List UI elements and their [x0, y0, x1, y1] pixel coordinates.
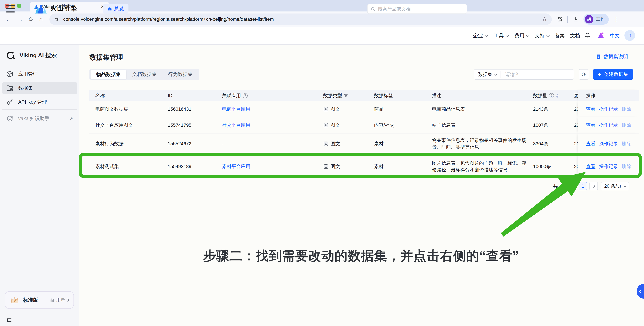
refresh-button[interactable]: ⟳	[578, 69, 589, 80]
key-icon	[6, 98, 14, 106]
url-text: console.volcengine.com/aisearch/platform…	[63, 17, 542, 22]
forward-icon[interactable]: →	[17, 16, 23, 23]
nav-enterprise[interactable]: 企业	[473, 31, 487, 41]
search-placeholder: 搜索产品或文档	[378, 6, 411, 12]
dataset-id: 155492189	[162, 164, 216, 169]
create-dataset-button[interactable]: +创建数据集	[593, 69, 634, 80]
page-number-button[interactable]: 1	[578, 182, 587, 190]
action-delete-link[interactable]: 删除	[622, 163, 631, 170]
plan-badge[interactable]: 标准版 用量	[5, 291, 74, 309]
dataset-id: 155741795	[162, 123, 216, 128]
row-actions: 查看操作记录删除	[578, 154, 639, 179]
action-delete-link[interactable]: 删除	[622, 122, 631, 128]
notifications-bell-icon[interactable]	[584, 32, 591, 39]
table-row[interactable]: 电商图文数据集 156016431 电商平台应用 图文 商品 电商商品信息表 2…	[89, 101, 639, 117]
nav-tools[interactable]: 工具	[494, 31, 508, 41]
language-switch[interactable]: 中文	[610, 31, 620, 41]
nav-support[interactable]: 支持	[535, 31, 549, 41]
browser-menu-icon[interactable]: ⋮	[613, 16, 619, 23]
linked-app-link[interactable]: 素材平台应用	[222, 163, 250, 170]
sort-icon[interactable]	[556, 94, 559, 98]
action-view-link[interactable]: 查看	[586, 163, 596, 170]
reload-icon[interactable]: ⟳	[29, 16, 34, 23]
col-updated-clipped: 更	[574, 93, 578, 99]
back-icon[interactable]: ←	[6, 16, 12, 23]
product-search-input[interactable]: 搜索产品或文档	[367, 4, 467, 14]
cube-icon	[6, 70, 14, 78]
updated-time-clipped: 20	[574, 141, 578, 146]
linked-app-link[interactable]: 电商平台应用	[222, 106, 250, 112]
action-operation-log-link[interactable]: 操作记录	[599, 141, 618, 147]
drawer-toggle-button[interactable]	[636, 284, 644, 299]
profile-avatar: 胡	[585, 15, 593, 24]
updated-time-clipped: 20	[574, 164, 578, 169]
usage-link[interactable]: 用量	[50, 297, 69, 303]
search-icon	[370, 7, 375, 11]
address-bar[interactable]: console.volcengine.com/aisearch/platform…	[50, 14, 552, 25]
action-view-link[interactable]: 查看	[586, 106, 596, 112]
action-operation-log-link[interactable]: 操作记录	[599, 122, 618, 128]
dataset-name: 素材行为数据	[89, 141, 162, 147]
dataset-name: 电商图文数据集	[89, 106, 162, 112]
sidebar-item-datasets[interactable]: 数据集	[2, 82, 77, 94]
data-type-label: 图文	[330, 106, 340, 112]
browser-profile-chip[interactable]: 胡 工作	[584, 14, 609, 25]
col-linked-app: 关联应用?	[216, 93, 317, 99]
download-icon[interactable]	[573, 16, 579, 22]
chat-assistant-icon	[6, 115, 14, 122]
dataset-description: 电商商品信息表	[426, 106, 527, 113]
tab-item-dataset[interactable]: 物品数据集	[90, 70, 126, 79]
help-icon[interactable]: ?	[549, 93, 554, 98]
pagination-total: 共	[553, 183, 558, 189]
home-icon[interactable]: ⌂	[39, 16, 43, 23]
data-type-cell: 图文	[317, 106, 368, 112]
brand-logo[interactable]: 火山引擎	[34, 3, 78, 14]
action-delete-link[interactable]: 删除	[622, 106, 631, 112]
overview-button[interactable]: 总览	[103, 4, 128, 14]
tab-doc-dataset[interactable]: 文档数据集	[126, 70, 162, 79]
dataset-type-tabs: 物品数据集 文档数据集 行为数据集	[89, 69, 200, 80]
nav-docs[interactable]: 文档	[570, 31, 580, 41]
linked-app-link[interactable]: -	[222, 141, 224, 146]
action-operation-log-link[interactable]: 操作记录	[599, 106, 618, 112]
ai-assistant-icon[interactable]	[597, 31, 605, 40]
toolbar-divider	[567, 16, 568, 23]
hamburger-menu-icon[interactable]	[6, 5, 15, 13]
action-view-link[interactable]: 查看	[586, 122, 596, 128]
next-page-button[interactable]	[590, 182, 598, 190]
sidebar-title: Viking AI 搜索	[6, 51, 57, 60]
action-operation-log-link[interactable]: 操作记录	[599, 163, 618, 170]
tab-behavior-dataset[interactable]: 行为数据集	[162, 70, 198, 79]
nav-billing[interactable]: 费用	[514, 31, 528, 41]
table-row[interactable]: 素材测试集 155492189 素材平台应用 图文 素材 图片信息表，包含图片的…	[89, 154, 639, 179]
bookmark-star-icon[interactable]: ☆	[542, 16, 547, 23]
action-delete-link[interactable]: 删除	[622, 141, 631, 147]
sidebar-item-app-management[interactable]: 应用管理	[2, 68, 77, 80]
dataset-folder-icon	[6, 84, 14, 92]
action-view-link[interactable]: 查看	[586, 141, 596, 147]
extensions-icon[interactable]	[557, 16, 563, 22]
sidebar-item-vaka-assistant[interactable]: vaka 知识助手 ↗	[2, 113, 77, 124]
linked-app-link[interactable]: 社交平台应用	[222, 122, 250, 128]
table-row[interactable]: 素材行为数据 155524672 - 图文 素材 物品事件信息表，记录物品相关事…	[89, 133, 639, 154]
prev-page-button[interactable]	[568, 182, 576, 190]
account-avatar[interactable]: h	[624, 30, 635, 41]
updated-time-clipped: 20	[574, 123, 578, 128]
bar-chart-icon	[50, 297, 54, 302]
help-icon[interactable]: ?	[242, 93, 248, 98]
table-row[interactable]: 社交平台应用图文 155741795 社交平台应用 图文 内容/社交 帖子信息表…	[89, 117, 639, 133]
page-size-select[interactable]: 20 条/页	[601, 182, 629, 190]
dataset-docs-link[interactable]: 数据集说明	[596, 53, 628, 60]
sidebar-item-api-key[interactable]: API Key 管理	[2, 96, 77, 108]
dataset-quantity: 3304条	[527, 141, 574, 147]
nav-beian[interactable]: 备案	[555, 31, 565, 41]
site-settings-icon[interactable]	[54, 17, 59, 22]
data-type-cell: 图文	[317, 141, 368, 147]
traffic-light-zoom[interactable]	[17, 4, 21, 8]
filter-funnel-icon[interactable]	[344, 94, 348, 98]
pagination: 共 1 20 条/页	[553, 182, 629, 190]
collapse-sidebar-icon[interactable]	[6, 316, 12, 323]
col-description: 描述	[426, 92, 527, 99]
filter-search-input[interactable]: 请输入	[501, 71, 520, 78]
filter-field-dropdown[interactable]: 数据集	[474, 70, 500, 79]
